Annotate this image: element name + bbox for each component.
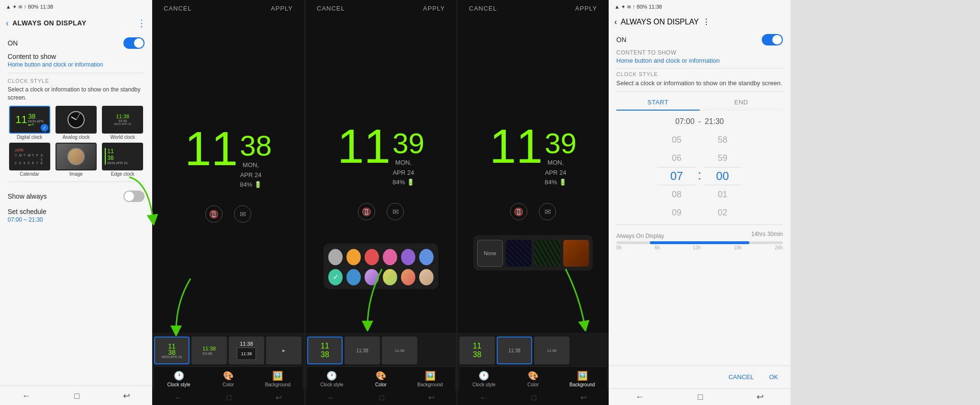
content-to-show-sub[interactable]: Home button and clock or information bbox=[8, 61, 145, 68]
phone1-recents-nav[interactable]: ↩ bbox=[276, 393, 282, 402]
show-always-toggle[interactable] bbox=[123, 191, 145, 202]
phone1-apply-btn[interactable]: APPLY bbox=[271, 5, 293, 12]
phone3-tab-clockstyle[interactable]: 🕐 Clock style bbox=[459, 367, 509, 390]
sched-back-icon[interactable]: ‹ bbox=[614, 18, 617, 26]
phone1-reject-icon[interactable]: 📵 bbox=[205, 205, 223, 223]
sched-back-nav[interactable]: ← bbox=[635, 392, 644, 402]
min-02[interactable]: 02 bbox=[703, 203, 742, 222]
phone3-message-icon[interactable]: ✉ bbox=[539, 203, 556, 220]
phone3-tab-background[interactable]: 🖼️ Background bbox=[557, 367, 607, 390]
clock-item-edge[interactable]: 11 38 MON APR 24 Edge clock bbox=[101, 143, 145, 177]
bg-hex-pattern[interactable] bbox=[535, 240, 560, 267]
world-clock-thumb[interactable]: 11:38 03:38 MON APR 24 bbox=[102, 106, 143, 134]
home-nav-icon[interactable]: □ bbox=[74, 391, 79, 401]
color-gradient-beige[interactable] bbox=[419, 269, 434, 285]
phone3-cancel-btn[interactable]: CANCEL bbox=[469, 5, 497, 12]
color-gradient-purple[interactable] bbox=[365, 269, 379, 285]
hour-09[interactable]: 09 bbox=[657, 203, 696, 222]
phone2-back-nav[interactable]: ← bbox=[327, 394, 335, 402]
min-01[interactable]: 01 bbox=[703, 185, 742, 203]
phone1-home-nav[interactable]: □ bbox=[227, 394, 232, 402]
sched-on-toggle[interactable] bbox=[762, 34, 783, 45]
analog-face bbox=[67, 111, 85, 128]
clock-item-world[interactable]: 11:38 03:38 MON APR 24 World clock bbox=[101, 106, 145, 140]
min-59[interactable]: 59 bbox=[703, 149, 742, 167]
phone1-thumb-2[interactable]: 11:38 03:38 bbox=[191, 337, 227, 364]
phone2-tab-clockstyle[interactable]: 🕐 Clock style bbox=[307, 367, 356, 390]
clock-item-analog[interactable]: Analog clock bbox=[54, 106, 98, 140]
phone1-message-icon[interactable]: ✉ bbox=[234, 205, 251, 223]
recents-nav-icon[interactable]: ↩ bbox=[123, 391, 130, 401]
set-schedule-label[interactable]: Set schedule bbox=[8, 208, 145, 215]
hour-06[interactable]: 06 bbox=[657, 149, 696, 167]
sched-recents-nav[interactable]: ↩ bbox=[757, 392, 764, 402]
color-teal[interactable]: ✓ bbox=[328, 269, 343, 285]
analog-clock-thumb[interactable] bbox=[56, 106, 97, 134]
sched-cancel-btn[interactable]: CANCEL bbox=[724, 371, 758, 383]
phone3-thumb-row: 1138 11:38 11:38 bbox=[459, 337, 607, 366]
phone2-home-nav[interactable]: □ bbox=[379, 394, 384, 402]
phone1-tab-background[interactable]: 🖼️ Background bbox=[253, 367, 302, 390]
phone2-tab-color[interactable]: 🎨 Color bbox=[356, 367, 406, 390]
hour-07[interactable]: 07 bbox=[657, 167, 696, 185]
phone1-thumb-3[interactable]: 11:38 11:38 bbox=[229, 337, 264, 364]
on-toggle[interactable] bbox=[123, 37, 145, 49]
phone1-thumb-4[interactable]: ▶ bbox=[266, 337, 301, 364]
bg-color1[interactable] bbox=[563, 240, 589, 267]
end-tab[interactable]: END bbox=[700, 95, 783, 110]
phone3-recents-nav[interactable]: ↩ bbox=[580, 393, 587, 402]
phone3-tab-color[interactable]: 🎨 Color bbox=[509, 367, 558, 390]
phone2-thumb-3[interactable]: 11:38 bbox=[382, 337, 417, 364]
min-00[interactable]: 00 bbox=[703, 167, 742, 185]
clock-item-digital[interactable]: 11 38 MON APR ▬ ✉ ✓ Digital clock bbox=[8, 106, 51, 140]
phone3-reject-icon[interactable]: 📵 bbox=[510, 203, 527, 220]
color-purple[interactable] bbox=[401, 249, 415, 265]
sched-content-value[interactable]: Home button and clock or information bbox=[616, 57, 783, 64]
phone3-apply-btn[interactable]: APPLY bbox=[575, 5, 597, 12]
clock-item-calendar[interactable]: APR SMTWTFS 1 2345678 Calendar bbox=[8, 143, 51, 177]
color-orange[interactable] bbox=[346, 249, 361, 265]
bg-dark-pattern[interactable] bbox=[506, 240, 532, 267]
color-gradient-orange[interactable] bbox=[401, 269, 415, 285]
color-blue[interactable] bbox=[346, 269, 361, 285]
color-pink[interactable] bbox=[383, 249, 397, 265]
min-58[interactable]: 58 bbox=[703, 131, 742, 149]
more-icon[interactable]: ⋮ bbox=[137, 17, 146, 29]
phone1-cancel-btn[interactable]: CANCEL bbox=[164, 5, 192, 12]
phone1-tab-color[interactable]: 🎨 Color bbox=[203, 367, 253, 390]
hour-05[interactable]: 05 bbox=[657, 131, 696, 149]
phone2-thumb-2[interactable]: 11:38 bbox=[345, 337, 380, 364]
start-tab[interactable]: START bbox=[616, 95, 700, 111]
sched-home-nav[interactable]: □ bbox=[698, 392, 703, 402]
image-thumb-container[interactable] bbox=[56, 143, 97, 170]
phone2-recents-nav[interactable]: ↩ bbox=[428, 393, 434, 402]
phone2-cancel-btn[interactable]: CANCEL bbox=[317, 5, 345, 12]
color-red[interactable] bbox=[365, 249, 379, 265]
digital-clock-thumb[interactable]: 11 38 MON APR ▬ ✉ ✓ bbox=[9, 106, 50, 134]
color-blue-light[interactable] bbox=[419, 249, 434, 265]
phone2-tab-background[interactable]: 🖼️ Background bbox=[405, 367, 455, 390]
sched-more-icon[interactable]: ⋮ bbox=[702, 17, 710, 26]
phone2-thumb-1[interactable]: 1138 bbox=[307, 337, 343, 364]
phone3-home-nav[interactable]: □ bbox=[532, 394, 536, 402]
phone1-back-nav[interactable]: ← bbox=[175, 394, 182, 402]
calendar-thumb[interactable]: APR SMTWTFS 1 2345678 bbox=[9, 143, 50, 170]
back-nav-icon[interactable]: ← bbox=[22, 391, 31, 401]
sched-ok-btn[interactable]: OK bbox=[764, 371, 783, 383]
phone2-apply-btn[interactable]: APPLY bbox=[423, 5, 445, 12]
clock-item-image[interactable]: Image bbox=[54, 143, 98, 177]
edge-clock-thumb[interactable]: 11 38 MON APR 24 bbox=[102, 143, 143, 170]
color-gradient-yellow[interactable] bbox=[383, 269, 397, 285]
phone3-thumb-3[interactable]: 11:38 bbox=[534, 337, 569, 364]
back-icon[interactable]: ‹ bbox=[6, 18, 9, 28]
phone3-thumb-2[interactable]: 11:38 bbox=[497, 337, 532, 364]
phone1-thumb-1[interactable]: 11 38 MON APR 24 bbox=[154, 337, 189, 364]
hour-08[interactable]: 08 bbox=[657, 185, 696, 203]
color-gray[interactable] bbox=[328, 249, 343, 265]
phone3-thumb-1[interactable]: 1138 bbox=[459, 337, 495, 364]
phone2-message-icon[interactable]: ✉ bbox=[387, 203, 404, 220]
phone1-tab-clockstyle[interactable]: 🕐 Clock style bbox=[154, 367, 203, 390]
bg-none[interactable]: None bbox=[477, 240, 503, 267]
phone3-back-nav[interactable]: ← bbox=[479, 394, 487, 402]
phone2-reject-icon[interactable]: 📵 bbox=[358, 203, 375, 220]
